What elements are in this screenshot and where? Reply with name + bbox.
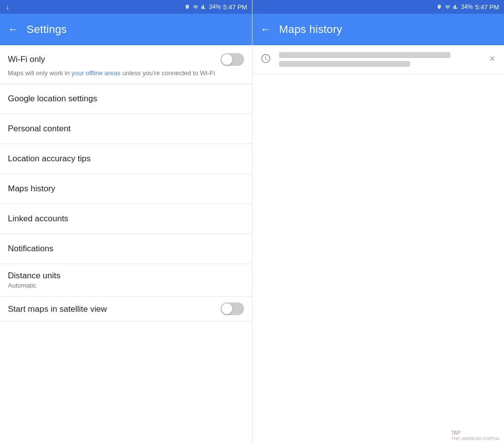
wifi-only-toggle[interactable] [220, 53, 244, 66]
maps-history-back-button[interactable]: ← [260, 23, 271, 36]
satellite-toggle-knob [221, 303, 232, 314]
menu-label-location-accuracy: Location accuracy tips [8, 154, 244, 164]
signal-icon [201, 4, 207, 10]
menu-item-linked-accounts[interactable]: Linked accounts [0, 204, 252, 234]
toggle-knob [221, 54, 232, 65]
time-right: 5:47 PM [475, 3, 499, 11]
time-left: 5:47 PM [223, 3, 247, 11]
watermark-text: TAP [451, 430, 461, 436]
history-line-2 [279, 61, 410, 67]
menu-label-maps-history: Maps history [8, 184, 244, 194]
location-icon-right [437, 3, 442, 10]
battery-percentage-right: 34% [461, 3, 473, 10]
wifi-icon-right [444, 4, 451, 10]
maps-history-title: Maps history [279, 23, 342, 36]
history-clock-icon [260, 53, 271, 64]
offline-areas-link[interactable]: your offline areas [71, 69, 121, 77]
history-item: × [252, 45, 504, 74]
wifi-only-section: Wi-Fi only Maps will only work in your o… [0, 45, 252, 84]
wifi-desc-end: unless you're connected to Wi-Fi [121, 69, 215, 77]
battery-percentage: 34% [209, 3, 221, 10]
status-bar-left-icons: ↓ [5, 3, 182, 11]
distance-units-section[interactable]: Distance units Automatic [0, 264, 252, 297]
history-content: × [252, 45, 504, 445]
menu-label-notifications: Notifications [8, 244, 244, 254]
watermark-sub: THE ANDROID PORTAL [451, 436, 500, 441]
distance-units-label: Distance units [8, 271, 244, 281]
wifi-only-description: Maps will only work in your offline area… [8, 69, 244, 78]
distance-units-sub: Automatic [8, 282, 244, 289]
menu-item-google-location[interactable]: Google location settings [0, 84, 252, 114]
history-close-button[interactable]: × [488, 52, 496, 65]
settings-panel: ↓ 34% 5:47 PM ← Settings Wi-F [0, 0, 252, 445]
notification-icon: ↓ [6, 3, 9, 11]
menu-item-notifications[interactable]: Notifications [0, 234, 252, 264]
history-line-1 [279, 52, 450, 58]
wifi-only-label: Wi-Fi only [8, 55, 45, 64]
menu-label-linked-accounts: Linked accounts [8, 214, 244, 224]
satellite-row: Start maps in satellite view [8, 302, 244, 315]
menu-item-maps-history[interactable]: Maps history [0, 174, 252, 204]
satellite-section: Start maps in satellite view [0, 297, 252, 322]
satellite-toggle[interactable] [220, 302, 244, 315]
back-button[interactable]: ← [8, 23, 19, 36]
status-bar-left: ↓ 34% 5:47 PM [0, 0, 252, 14]
wifi-only-row: Wi-Fi only [8, 53, 244, 66]
status-bar-right-icons: 34% 5:47 PM [185, 3, 247, 11]
menu-label-personal-content: Personal content [8, 124, 244, 134]
menu-item-personal-content[interactable]: Personal content [0, 114, 252, 144]
status-bar-right: 34% 5:47 PM [252, 0, 504, 14]
menu-label-google-location: Google location settings [8, 94, 244, 104]
menu-item-location-accuracy[interactable]: Location accuracy tips [0, 144, 252, 174]
wifi-desc-text: Maps will only work in [8, 69, 71, 77]
maps-history-panel: 34% 5:47 PM ← Maps history × TAP THE AND… [252, 0, 504, 445]
settings-content: Wi-Fi only Maps will only work in your o… [0, 45, 252, 445]
location-icon [185, 3, 190, 10]
watermark: TAP THE ANDROID PORTAL [451, 430, 500, 441]
status-bar-right-right-icons: 34% 5:47 PM [437, 3, 499, 11]
satellite-label: Start maps in satellite view [8, 302, 107, 314]
history-text-block [279, 52, 480, 67]
settings-app-bar: ← Settings [0, 14, 252, 45]
settings-title: Settings [27, 23, 67, 36]
signal-icon-right [453, 4, 459, 10]
maps-history-app-bar: ← Maps history [252, 14, 504, 45]
wifi-icon [192, 4, 199, 10]
